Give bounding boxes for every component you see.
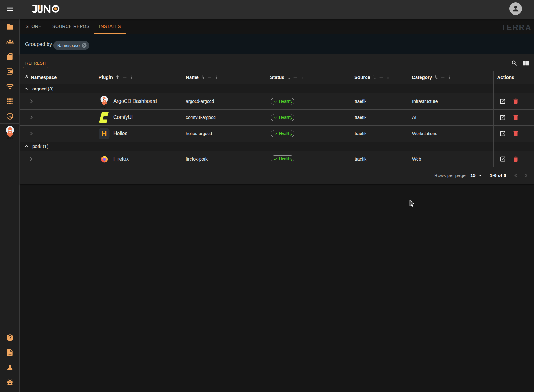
svg-text:H: H (101, 130, 107, 138)
svg-text:argo: argo (7, 136, 13, 139)
svg-text:argo: argo (101, 104, 107, 107)
